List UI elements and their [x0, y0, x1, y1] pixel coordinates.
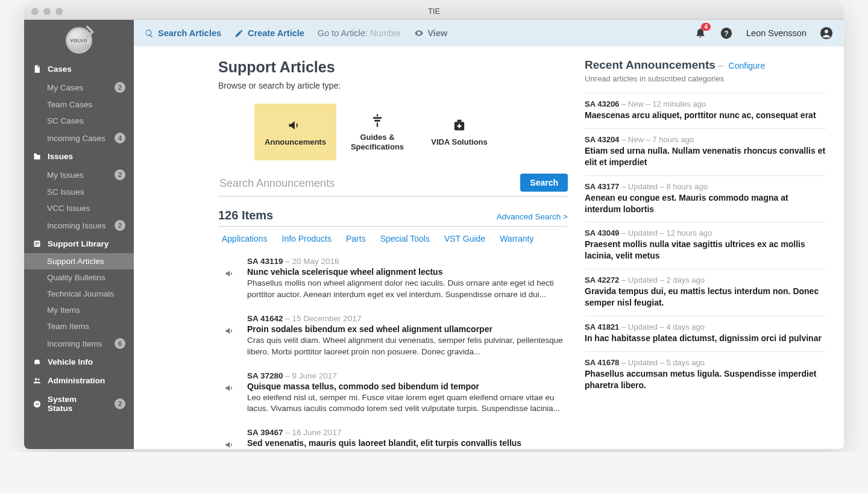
notifications-button[interactable]: 4 — [694, 27, 706, 40]
nav-badge: 4 — [115, 133, 125, 143]
main: Search Articles Create Article Go to Art… — [134, 20, 844, 449]
article-item[interactable]: SA 37280 – 9 June 2017Quisque massa tell… — [218, 366, 568, 424]
side-header: Recent Announcements – Configure — [585, 58, 826, 72]
brand-logo: VOLVO — [24, 20, 134, 60]
articles-list: SA 43119 – 20 May 2018Nunc vehicla scele… — [218, 252, 568, 449]
titlebar: TIE — [24, 3, 844, 20]
article-item[interactable]: SA 43119 – 20 May 2018Nunc vehicla scele… — [218, 252, 568, 309]
topbar: Search Articles Create Article Go to Art… — [134, 20, 844, 46]
nav-item-incoming-cases[interactable]: Incoming Cases4 — [24, 129, 134, 147]
nav-item-sc-issues[interactable]: SC Issues — [24, 184, 134, 200]
svg-point-5 — [37, 378, 39, 380]
search-icon — [145, 29, 154, 38]
page-title: Support Articles — [218, 58, 568, 76]
content: Support Articles Browse or search by art… — [134, 46, 844, 449]
nav-section-administration[interactable]: Administration — [24, 371, 134, 390]
main-column: Support Articles Browse or search by art… — [218, 58, 568, 449]
search-input[interactable] — [218, 172, 514, 196]
nav-item-incoming-issues[interactable]: Incoming Issues2 — [24, 216, 134, 234]
nav-badge: 2 — [115, 220, 125, 231]
nav-badge: 2 — [115, 398, 125, 409]
nav-badge: 2 — [115, 82, 125, 93]
nav-item-incoming-items[interactable]: Incoming Items6 — [24, 334, 134, 353]
username[interactable]: Leon Svensson — [746, 28, 807, 38]
recent-item[interactable]: SA 43204 – New – 7 hours agoEtiam sed ur… — [585, 128, 826, 175]
nav-item-team-cases[interactable]: Team Cases — [24, 96, 134, 113]
nav-item-support-articles[interactable]: Support Articles — [24, 253, 134, 269]
svg-rect-1 — [35, 242, 39, 243]
filter-special-tools[interactable]: Special Tools — [380, 234, 430, 243]
svg-rect-2 — [35, 243, 39, 244]
type-card-guides-specifications[interactable]: Guides & Specifications — [336, 104, 418, 160]
svg-rect-7 — [35, 403, 39, 404]
page-subtitle: Browse or search by article type: — [218, 81, 568, 90]
recent-subtitle: Unread articles in subscribed categories — [585, 74, 826, 83]
window-title: TIE — [24, 7, 844, 16]
svg-text:?: ? — [724, 29, 729, 38]
pencil-icon — [234, 29, 244, 38]
recent-item[interactable]: SA 43049 – Updated – 12 hours agoPraesen… — [585, 222, 826, 269]
items-count: 126 Items — [218, 209, 273, 222]
nav-badge: 6 — [115, 338, 125, 349]
help-icon[interactable]: ? — [720, 27, 733, 40]
recent-item[interactable]: SA 42272 – Updated – 2 days agoGravida t… — [585, 269, 826, 316]
nav-section-vehicle-info[interactable]: Vehicle Info — [24, 353, 134, 371]
search-button[interactable]: Search — [520, 174, 568, 192]
recent-item[interactable]: SA 41678 – Updated – 5 days agoPhasellus… — [585, 351, 826, 398]
svg-rect-3 — [35, 245, 37, 245]
nav-item-team-items[interactable]: Team Items — [24, 318, 134, 334]
filter-row: ApplicationsInfo ProductsPartsSpecial To… — [218, 231, 568, 252]
nav-item-my-items[interactable]: My Items — [24, 302, 134, 318]
nav-item-vcc-issues[interactable]: VCC Issues — [24, 200, 134, 216]
app-window: TIE VOLVO CasesMy Cases2Team CasesSC Cas… — [24, 3, 844, 449]
create-article-action[interactable]: Create Article — [234, 28, 304, 38]
nav-badge: 2 — [115, 169, 125, 180]
nav: CasesMy Cases2Team CasesSC CasesIncoming… — [24, 60, 134, 418]
goto-article-input[interactable]: Number — [370, 28, 401, 38]
type-card-announcements[interactable]: Announcements — [254, 104, 336, 160]
nav-section-issues[interactable]: Issues — [24, 147, 134, 166]
article-item[interactable]: SA 41642 – 15 December 2017Proin sodales… — [218, 309, 568, 366]
eye-icon — [414, 28, 424, 38]
nav-item-my-cases[interactable]: My Cases2 — [24, 78, 134, 96]
recent-item[interactable]: SA 41821 – Updated – 4 days agoIn hac ha… — [585, 316, 826, 351]
nav-section-system-status[interactable]: System Status2 — [24, 390, 134, 418]
filter-warranty[interactable]: Warranty — [500, 234, 533, 243]
svg-point-11 — [825, 30, 828, 33]
svg-rect-15 — [458, 125, 462, 127]
type-cards: AnnouncementsGuides & SpecificationsVIDA… — [254, 104, 568, 160]
nav-item-sc-cases[interactable]: SC Cases — [24, 113, 134, 129]
article-item[interactable]: SA 39467 – 16 June 2017Sed venenatis, ma… — [218, 423, 568, 449]
recent-item[interactable]: SA 43177 – Updated – 8 hours agoAenean e… — [585, 175, 826, 222]
filter-applications[interactable]: Applications — [222, 234, 268, 243]
view-action[interactable]: View — [414, 28, 447, 38]
side-column: Recent Announcements – Configure Unread … — [585, 58, 844, 449]
recent-item[interactable]: SA 43206 – New – 12 minutes agoMaescenas… — [585, 93, 826, 128]
notification-count: 4 — [701, 23, 711, 31]
recent-list: SA 43206 – New – 12 minutes agoMaescenas… — [585, 93, 826, 398]
type-card-vida-solutions[interactable]: VIDA Solutions — [418, 104, 500, 160]
configure-link[interactable]: Configure — [729, 61, 766, 71]
svg-point-4 — [35, 378, 37, 380]
nav-item-technical-journals[interactable]: Technical Journals — [24, 286, 134, 302]
nav-section-support-library[interactable]: Support Library — [24, 234, 134, 253]
search-articles-action[interactable]: Search Articles — [145, 28, 221, 38]
user-avatar-icon[interactable] — [820, 27, 833, 40]
svg-rect-13 — [458, 120, 462, 122]
nav-section-cases[interactable]: Cases — [24, 60, 134, 78]
nav-item-quality-bulletins[interactable]: Quality Bulletins — [24, 269, 134, 286]
sidebar: VOLVO CasesMy Cases2Team CasesSC CasesIn… — [24, 20, 134, 449]
filter-vst-guide[interactable]: VST Guide — [444, 234, 485, 243]
goto-article: Go to Article: Number — [318, 28, 401, 38]
recent-title: Recent Announcements — [585, 58, 715, 71]
advanced-search-link[interactable]: Advanced Search > — [497, 212, 568, 221]
filter-parts[interactable]: Parts — [346, 234, 366, 243]
app-body: VOLVO CasesMy Cases2Team CasesSC CasesIn… — [24, 20, 844, 449]
filter-info-products[interactable]: Info Products — [282, 234, 332, 243]
search-row: Search — [218, 172, 568, 196]
items-header: 126 Items Advanced Search > — [218, 209, 568, 227]
nav-item-my-issues[interactable]: My Issues2 — [24, 166, 134, 184]
